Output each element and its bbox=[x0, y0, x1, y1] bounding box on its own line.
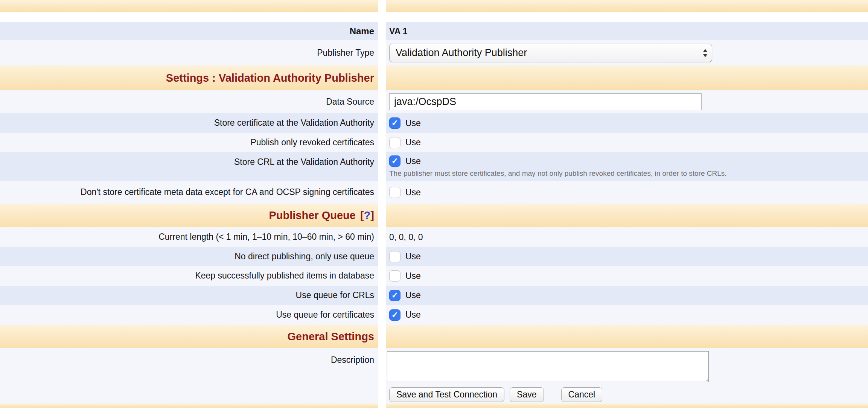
settings-section-title: Settings : Validation Authority Publishe… bbox=[166, 72, 374, 84]
name-label: Name bbox=[350, 26, 374, 37]
save-button[interactable]: Save bbox=[510, 387, 544, 402]
store-crl-label: Store CRL at the Validation Authority bbox=[234, 157, 374, 167]
publish-only-revoked-checkbox[interactable]: ✓ bbox=[389, 137, 400, 148]
use-queue-certs-checkbox[interactable]: ✓ bbox=[389, 309, 400, 321]
store-crl-checkbox[interactable]: ✓ bbox=[389, 155, 400, 167]
use-queue-crls-checkbox[interactable]: ✓ bbox=[389, 290, 400, 301]
keep-published-checkbox[interactable]: ✓ bbox=[389, 270, 400, 282]
store-crl-use-label: Use bbox=[405, 156, 421, 166]
settings-section-header: Settings : Validation Authority Publishe… bbox=[0, 65, 868, 90]
no-direct-publishing-row: No direct publishing, only use queue ✓ U… bbox=[0, 247, 868, 266]
store-certificate-row: Store certificate at the Validation Auth… bbox=[0, 113, 868, 133]
keep-published-row: Keep successfully published items in dat… bbox=[0, 266, 868, 286]
save-and-test-button[interactable]: Save and Test Connection bbox=[389, 387, 504, 402]
select-arrows-icon bbox=[702, 48, 708, 58]
general-settings-section-title: General Settings bbox=[288, 330, 374, 343]
description-label: Description bbox=[331, 355, 374, 365]
publisher-type-select[interactable]: Validation Authority Publisher bbox=[389, 44, 712, 62]
publisher-type-row: Publisher Type Validation Authority Publ… bbox=[0, 40, 868, 65]
publish-only-revoked-use-label: Use bbox=[405, 137, 421, 148]
publisher-type-label: Publisher Type bbox=[317, 48, 374, 58]
publisher-queue-help-link[interactable]: ? bbox=[364, 209, 371, 221]
name-value: VA 1 bbox=[389, 26, 408, 37]
description-textarea[interactable] bbox=[387, 351, 709, 382]
dont-store-meta-use-label: Use bbox=[405, 187, 421, 198]
check-icon: ✓ bbox=[391, 157, 398, 165]
buttons-row: Save and Test Connection Save Cancel bbox=[0, 386, 868, 403]
use-queue-certs-use-label: Use bbox=[405, 310, 421, 320]
publisher-type-selected-value: Validation Authority Publisher bbox=[396, 47, 527, 59]
use-queue-crls-row: Use queue for CRLs ✓ Use bbox=[0, 286, 868, 305]
data-source-row: Data Source bbox=[0, 90, 868, 113]
store-crl-note: The publisher must store certificates, a… bbox=[389, 169, 727, 178]
data-source-input[interactable] bbox=[389, 93, 702, 110]
queue-length-label: Current length (< 1 min, 1–10 min, 10–60… bbox=[158, 232, 374, 242]
use-queue-certs-label: Use queue for certificates bbox=[276, 310, 374, 320]
dont-store-meta-checkbox[interactable]: ✓ bbox=[389, 187, 400, 198]
help-bracket: [?] bbox=[360, 209, 374, 222]
store-certificate-checkbox[interactable]: ✓ bbox=[389, 117, 400, 129]
check-icon: ✓ bbox=[391, 119, 398, 127]
publisher-queue-section-header: Publisher Queue [?] bbox=[0, 204, 868, 227]
store-certificate-label: Store certificate at the Validation Auth… bbox=[214, 118, 374, 128]
dont-store-meta-label: Don't store certificate meta data except… bbox=[81, 187, 374, 198]
publish-only-revoked-label: Publish only revoked certificates bbox=[250, 137, 374, 148]
keep-published-use-label: Use bbox=[405, 271, 421, 281]
no-direct-publishing-use-label: Use bbox=[405, 251, 421, 262]
check-icon: ✓ bbox=[391, 311, 398, 319]
check-icon: ✓ bbox=[391, 291, 398, 300]
use-queue-crls-label: Use queue for CRLs bbox=[296, 290, 374, 301]
use-queue-crls-use-label: Use bbox=[405, 290, 421, 300]
spacer bbox=[0, 12, 868, 22]
keep-published-label: Keep successfully published items in dat… bbox=[195, 271, 374, 281]
dont-store-meta-row: Don't store certificate meta data except… bbox=[0, 181, 868, 204]
use-queue-certs-row: Use queue for certificates ✓ Use bbox=[0, 305, 868, 325]
publisher-queue-section-title: Publisher Queue bbox=[269, 209, 355, 222]
name-row: Name VA 1 bbox=[0, 22, 868, 40]
description-row: Description bbox=[0, 348, 868, 386]
store-crl-row: Store CRL at the Validation Authority ✓ … bbox=[0, 152, 868, 181]
no-direct-publishing-label: No direct publishing, only use queue bbox=[235, 251, 374, 262]
store-certificate-use-label: Use bbox=[405, 118, 421, 128]
top-band bbox=[0, 0, 868, 12]
no-direct-publishing-checkbox[interactable]: ✓ bbox=[389, 251, 400, 262]
general-settings-section-header: General Settings bbox=[0, 325, 868, 348]
data-source-label: Data Source bbox=[326, 97, 374, 107]
bottom-band bbox=[0, 403, 868, 408]
queue-length-row: Current length (< 1 min, 1–10 min, 10–60… bbox=[0, 227, 868, 247]
publish-only-revoked-row: Publish only revoked certificates ✓ Use bbox=[0, 133, 868, 152]
cancel-button[interactable]: Cancel bbox=[561, 387, 603, 402]
queue-length-value: 0, 0, 0, 0 bbox=[389, 232, 423, 242]
